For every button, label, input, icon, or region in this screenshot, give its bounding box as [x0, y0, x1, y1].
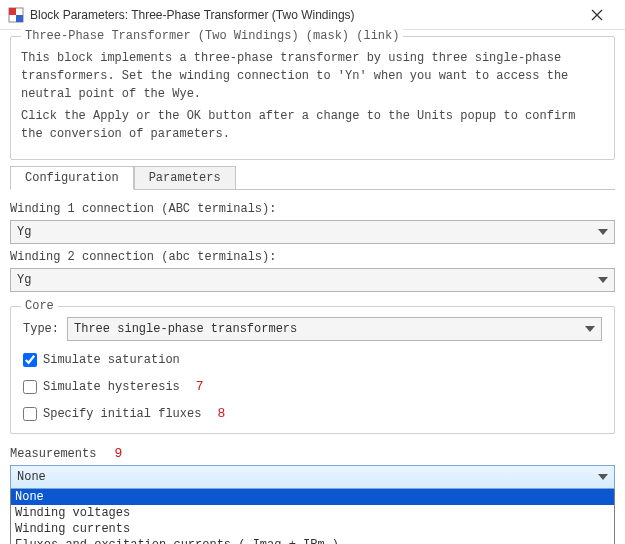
tab-parameters[interactable]: Parameters — [134, 166, 236, 190]
mask-description-1: This block implements a three-phase tran… — [21, 49, 604, 103]
core-group: Core Type: Three single-phase transforme… — [10, 306, 615, 434]
specify-initial-fluxes-label: Specify initial fluxes — [43, 407, 201, 421]
measurements-option[interactable]: Fluxes and excitation currents ( Imag + … — [11, 537, 614, 544]
svg-rect-2 — [16, 15, 23, 22]
core-type-value: Three single-phase transformers — [74, 322, 297, 336]
measurements-option[interactable]: None — [11, 489, 614, 505]
svg-marker-8 — [598, 474, 608, 480]
svg-marker-5 — [598, 229, 608, 235]
simulate-hysteresis-checkbox[interactable] — [23, 380, 37, 394]
tab-configuration[interactable]: Configuration — [10, 166, 134, 190]
annotation-9: 9 — [114, 446, 122, 461]
winding2-select[interactable]: Yg — [10, 268, 615, 292]
simulate-saturation-checkbox[interactable] — [23, 353, 37, 367]
simulate-hysteresis-label: Simulate hysteresis — [43, 380, 180, 394]
chevron-down-icon — [591, 268, 615, 292]
app-icon — [8, 7, 24, 23]
measurements-value: None — [17, 470, 46, 484]
mask-legend: Three-Phase Transformer (Two Windings) (… — [21, 29, 403, 43]
simulate-saturation-label: Simulate saturation — [43, 353, 180, 367]
measurements-label: Measurements — [10, 447, 96, 461]
annotation-7: 7 — [196, 379, 204, 394]
core-legend: Core — [21, 299, 58, 313]
core-type-select[interactable]: Three single-phase transformers — [67, 317, 602, 341]
mask-description-group: Three-Phase Transformer (Two Windings) (… — [10, 36, 615, 160]
close-button[interactable] — [577, 1, 617, 29]
chevron-down-icon — [591, 220, 615, 244]
core-type-label: Type: — [23, 322, 59, 336]
mask-description-2: Click the Apply or the OK button after a… — [21, 107, 604, 143]
measurements-select[interactable]: None — [10, 465, 615, 489]
svg-marker-7 — [585, 326, 595, 332]
winding2-value: Yg — [17, 273, 31, 287]
measurements-option[interactable]: Winding voltages — [11, 505, 614, 521]
specify-initial-fluxes-checkbox[interactable] — [23, 407, 37, 421]
chevron-down-icon — [591, 465, 615, 489]
svg-marker-6 — [598, 277, 608, 283]
close-icon — [591, 9, 603, 21]
tab-bar: Configuration Parameters — [10, 166, 615, 190]
winding1-label: Winding 1 connection (ABC terminals): — [10, 202, 615, 216]
svg-rect-1 — [9, 8, 16, 15]
measurements-option[interactable]: Winding currents — [11, 521, 614, 537]
window-title: Block Parameters: Three-Phase Transforme… — [30, 8, 577, 22]
chevron-down-icon — [578, 317, 602, 341]
winding1-select[interactable]: Yg — [10, 220, 615, 244]
annotation-8: 8 — [217, 406, 225, 421]
winding2-label: Winding 2 connection (abc terminals): — [10, 250, 615, 264]
tab-panel-configuration: Winding 1 connection (ABC terminals): Yg… — [10, 189, 615, 544]
measurements-dropdown: None Winding voltages Winding currents F… — [10, 489, 615, 544]
winding1-value: Yg — [17, 225, 31, 239]
